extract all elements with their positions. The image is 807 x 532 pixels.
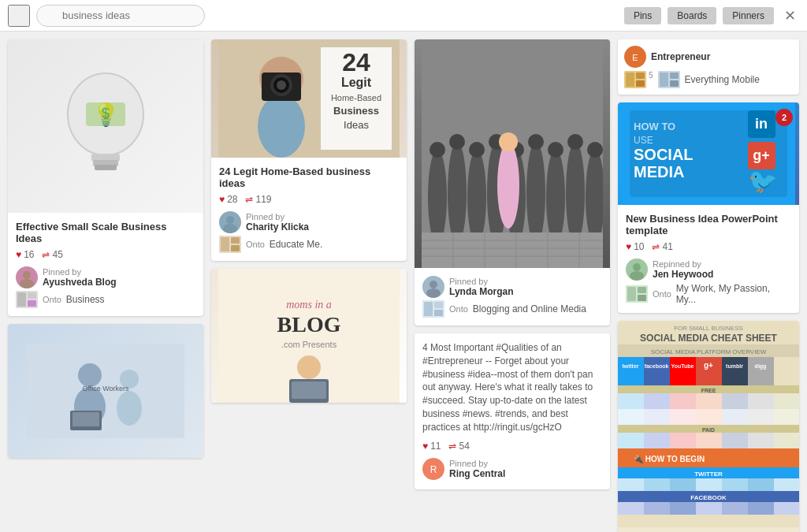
cheat-sheet-image[interactable]: FOR SMALL BUSINESS SOCIAL MEDIA CHEAT SH…	[618, 321, 799, 532]
svg-rect-158	[722, 433, 748, 448]
board-name[interactable]: Everything Mobile	[685, 74, 760, 85]
moms-image[interactable]: moms in a BLOG .com Presents	[211, 269, 407, 403]
pinned-by-label: Pinned by	[449, 459, 505, 468]
svg-point-46	[297, 355, 321, 379]
svg-point-53	[467, 150, 486, 244]
close-button[interactable]: ✕	[780, 6, 799, 25]
pinner-name[interactable]: Lynda Morgan	[449, 286, 514, 297]
svg-text:24: 24	[342, 48, 370, 76]
pinner-name[interactable]: Jen Heywood	[653, 269, 713, 280]
svg-point-36	[226, 216, 234, 224]
pinner-name[interactable]: Charity Klicka	[246, 221, 309, 233]
boards-button[interactable]: Boards	[668, 7, 716, 24]
svg-text:R: R	[430, 464, 437, 475]
svg-text:Legit: Legit	[341, 76, 372, 89]
pinner-name[interactable]: Ring Central	[449, 468, 505, 479]
svg-rect-140	[670, 393, 696, 409]
card-how-to-social-title: New Business Idea PowerPoint template	[626, 213, 791, 236]
svg-point-8	[23, 271, 31, 279]
svg-rect-114	[627, 287, 636, 301]
svg-rect-13	[28, 300, 36, 307]
pinner-row: Pinned by Lynda Morgan	[422, 276, 602, 298]
svg-rect-3	[95, 165, 117, 170]
svg-text:g+: g+	[753, 147, 770, 163]
card-24legit-stats: ♥ 28 ⇌ 119	[219, 194, 399, 205]
pinner-avatar	[626, 259, 648, 281]
svg-text:.com Presents: .com Presents	[281, 340, 337, 349]
lightbulb-image[interactable]: 💡 $	[8, 39, 203, 213]
svg-text:SOCIAL: SOCIAL	[634, 146, 694, 163]
svg-rect-116	[638, 295, 646, 301]
camera-image[interactable]: 24 Legit Home-Based Business Ideas	[211, 39, 407, 158]
social-media-image-wrap: in g+ 🐦 HOW TO USE SOCIAL MEDIA 2	[618, 102, 799, 205]
topbar: 🔍 Pins Boards Pinners ✕	[0, 0, 807, 32]
board-thumbnail-2	[658, 71, 680, 88]
card-how-to-social: in g+ 🐦 HOW TO USE SOCIAL MEDIA 2	[618, 102, 799, 313]
svg-rect-154	[618, 433, 644, 448]
card-lightbulb: 💡 $ Effective Small Scale Business Ideas…	[8, 39, 203, 316]
svg-text:MEDIA: MEDIA	[634, 163, 684, 180]
svg-rect-11	[17, 292, 26, 307]
pinners-button[interactable]: Pinners	[723, 7, 774, 24]
board-thumbnail	[422, 300, 444, 318]
svg-text:FACEBOOK: FACEBOOK	[690, 494, 727, 501]
svg-rect-146	[644, 409, 670, 425]
svg-point-37	[223, 224, 237, 233]
svg-rect-160	[774, 433, 799, 448]
board-name[interactable]: Blogging and Online Media	[473, 303, 586, 314]
pinner-row: Pinned by Charity Klicka	[219, 211, 399, 233]
card-how-to-social-body: New Business Idea PowerPoint template ♥ …	[618, 205, 799, 313]
crowd-image[interactable]	[415, 39, 610, 268]
svg-point-9	[20, 279, 34, 288]
card-moms: moms in a BLOG .com Presents	[211, 269, 407, 403]
pinner-info: Pinned by Ayushveda Blog	[43, 267, 117, 288]
svg-text:Business: Business	[333, 105, 379, 117]
social-media-image[interactable]: in g+ 🐦 HOW TO USE SOCIAL MEDIA	[618, 102, 799, 205]
svg-rect-125	[644, 357, 670, 385]
svg-text:in: in	[755, 116, 768, 132]
pinner-row: R Pinned by Ring Central	[422, 458, 602, 480]
svg-rect-71	[422, 233, 603, 268]
heart-icon: ♥	[422, 441, 428, 452]
board-name[interactable]: Business	[66, 294, 105, 305]
repins-count: ⇌ 54	[448, 441, 469, 452]
search-input[interactable]	[36, 5, 205, 27]
board-name[interactable]: Educate Me.	[270, 239, 322, 250]
pinner-name[interactable]: Ayushveda Blog	[43, 277, 117, 288]
svg-rect-142	[722, 393, 748, 409]
svg-rect-97	[670, 73, 679, 79]
pinner-info: Pinned by Charity Klicka	[246, 212, 309, 233]
pinner-name[interactable]: Entrepreneur	[651, 51, 710, 62]
svg-rect-157	[696, 433, 722, 448]
svg-rect-169	[722, 478, 748, 491]
svg-text:Office Workers: Office Workers	[82, 385, 129, 392]
topbar-right: Pins Boards Pinners ✕	[624, 6, 799, 25]
svg-point-24	[258, 95, 305, 158]
svg-text:USE: USE	[634, 135, 653, 146]
column-2: 24 Legit Home-Based Business Ideas 24 Le…	[211, 39, 407, 403]
pins-button[interactable]: Pins	[624, 7, 661, 24]
svg-rect-145	[618, 409, 644, 425]
svg-point-69	[497, 142, 519, 229]
office-image[interactable]: Office Workers	[8, 324, 203, 458]
card-entrepreneur-body: 4 Most Important #Qualities of an #Entre…	[415, 333, 610, 489]
svg-rect-155	[644, 433, 670, 448]
svg-rect-96	[660, 73, 668, 87]
svg-rect-139	[644, 393, 670, 409]
card-cheat-sheet: FOR SMALL BUSINESS SOCIAL MEDIA CHEAT SH…	[618, 321, 799, 532]
svg-rect-151	[774, 409, 799, 425]
svg-point-111	[633, 263, 641, 271]
svg-rect-141	[696, 393, 722, 409]
likes-count: ♥ 28	[219, 194, 237, 205]
repin-icon: ⇌	[42, 249, 50, 260]
svg-rect-92	[626, 73, 634, 87]
menu-button[interactable]	[8, 5, 30, 27]
svg-point-57	[546, 150, 565, 244]
svg-rect-144	[774, 393, 799, 409]
svg-rect-150	[748, 409, 774, 425]
card-entrepreneur: 4 Most Important #Qualities of an #Entre…	[415, 333, 610, 489]
board-name[interactable]: My Work, My Passion, My...	[676, 283, 791, 305]
svg-rect-176	[670, 502, 696, 515]
svg-rect-174	[618, 502, 644, 515]
search-wrap: 🔍	[36, 5, 430, 27]
